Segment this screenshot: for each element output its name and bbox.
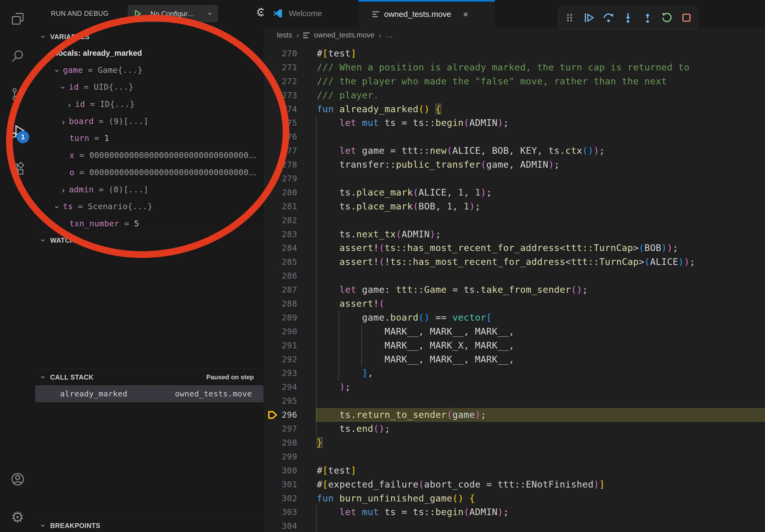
- line-number[interactable]: 287: [264, 283, 297, 297]
- line-number[interactable]: 274: [264, 102, 297, 116]
- code-text[interactable]: [316, 213, 765, 227]
- line-number[interactable]: 300: [264, 464, 297, 478]
- chevron-down-icon[interactable]: [60, 84, 67, 92]
- code-text[interactable]: ts.place_mark(ALICE, 1, 1);: [316, 186, 765, 199]
- continue-button[interactable]: [581, 10, 597, 26]
- code-line[interactable]: 304: [264, 519, 765, 532]
- code-text[interactable]: ts.next_tx(ADMIN);: [316, 227, 765, 241]
- code-text[interactable]: transfer::public_transfer(game, ADMIN);: [316, 158, 765, 172]
- code-line[interactable]: 300#[test]: [264, 464, 765, 478]
- code-line[interactable]: 286: [264, 269, 765, 283]
- code-line[interactable]: 279: [264, 172, 765, 186]
- variable-row[interactable]: locals: already_marked: [35, 45, 264, 62]
- code-text[interactable]: let game: ttt::Game = ts.take_from_sende…: [316, 283, 765, 297]
- variable-row[interactable]: o = 000000000000000000000000000000000000…: [35, 164, 264, 181]
- line-number[interactable]: 293: [264, 366, 297, 380]
- step-into-button[interactable]: [620, 10, 636, 26]
- line-number[interactable]: 279: [264, 172, 297, 186]
- line-number[interactable]: 276: [264, 130, 297, 144]
- code-text[interactable]: assert!(ts::has_most_recent_for_address<…: [316, 241, 765, 255]
- code-line[interactable]: 284 assert!(ts::has_most_recent_for_addr…: [264, 241, 765, 255]
- tab-owned-tests-move[interactable]: owned_tests.move ×: [359, 0, 495, 27]
- restart-button[interactable]: [659, 10, 675, 26]
- line-number[interactable]: 278: [264, 158, 297, 172]
- line-number[interactable]: 297: [264, 422, 297, 436]
- code-line[interactable]: 276: [264, 130, 765, 144]
- launch-configuration-dropdown[interactable]: No Configur…: [128, 5, 218, 22]
- line-number[interactable]: 285: [264, 255, 297, 269]
- code-text[interactable]: fun burn_unfinished_game() {: [316, 492, 765, 505]
- code-line[interactable]: 272/// the player who made the "false" m…: [264, 75, 765, 89]
- code-line[interactable]: 298}: [264, 436, 765, 450]
- line-number[interactable]: 284: [264, 241, 297, 255]
- breadcrumb-item-file[interactable]: owned_tests.move: [314, 31, 374, 39]
- line-number[interactable]: 271: [264, 61, 297, 75]
- line-number[interactable]: 273: [264, 89, 297, 102]
- code-text[interactable]: #[test]: [316, 464, 765, 478]
- line-number[interactable]: 291: [264, 339, 297, 353]
- line-number[interactable]: 289: [264, 311, 297, 325]
- line-number[interactable]: 283: [264, 227, 297, 241]
- variable-row[interactable]: ts = Scenario{...}: [35, 198, 264, 215]
- variable-row[interactable]: id = ID{...}: [35, 96, 264, 113]
- code-text[interactable]: [316, 450, 765, 464]
- variables-section-header[interactable]: VARIABLES: [35, 29, 264, 45]
- code-text[interactable]: #[expected_failure(abort_code = ttt::ENo…: [316, 478, 765, 492]
- chevron-down-icon[interactable]: [54, 203, 61, 211]
- line-number[interactable]: 270: [264, 47, 297, 61]
- code-text[interactable]: #[test]: [316, 47, 765, 61]
- breadcrumb-item-symbol[interactable]: …: [385, 31, 393, 39]
- code-text[interactable]: game.board() == vector[: [316, 311, 765, 325]
- code-line[interactable]: 285 assert!(!ts::has_most_recent_for_add…: [264, 255, 765, 269]
- code-line[interactable]: 277 let game = ttt::new(ALICE, BOB, KEY,…: [264, 144, 765, 158]
- watch-section-header[interactable]: WATCH: [35, 232, 264, 248]
- line-number[interactable]: 294: [264, 380, 297, 394]
- account-button[interactable]: [0, 469, 35, 489]
- variable-row[interactable]: board = (9)[...]: [35, 113, 264, 130]
- code-text[interactable]: [316, 269, 765, 283]
- code-text[interactable]: MARK__, MARK_X, MARK__,: [316, 339, 765, 353]
- line-number[interactable]: 280: [264, 186, 297, 199]
- chevron-right-icon[interactable]: [60, 118, 67, 126]
- breakpoints-section-header[interactable]: BREAKPOINTS: [35, 518, 264, 532]
- code-line[interactable]: 278 transfer::public_transfer(game, ADMI…: [264, 158, 765, 172]
- variable-row[interactable]: admin = (0)[...]: [35, 181, 264, 198]
- variable-row[interactable]: id = UID{...}: [35, 79, 264, 96]
- chevron-down-icon[interactable]: [54, 67, 61, 75]
- code-text[interactable]: /// the player who made the "false" move…: [316, 75, 765, 89]
- line-number[interactable]: 281: [264, 199, 297, 213]
- line-number[interactable]: 298: [264, 436, 297, 450]
- code-line[interactable]: 295: [264, 394, 765, 408]
- code-line[interactable]: 302fun burn_unfinished_game() {: [264, 492, 765, 505]
- code-line[interactable]: 275 let mut ts = ts::begin(ADMIN);: [264, 116, 765, 130]
- code-text[interactable]: [316, 519, 765, 532]
- step-over-button[interactable]: [600, 10, 616, 26]
- settings-button[interactable]: ⚙: [0, 507, 35, 527]
- sidebar-item-search[interactable]: [0, 46, 35, 67]
- code-text[interactable]: let mut ts = ts::begin(ADMIN);: [316, 505, 765, 519]
- sidebar-item-source-control[interactable]: [0, 84, 35, 105]
- start-debugging-icon[interactable]: [133, 9, 142, 18]
- code-text[interactable]: MARK__, MARK__, MARK__,: [316, 325, 765, 339]
- line-number[interactable]: 277: [264, 144, 297, 158]
- line-number[interactable]: 295: [264, 394, 297, 408]
- line-number[interactable]: 286: [264, 269, 297, 283]
- code-line[interactable]: 280 ts.place_mark(ALICE, 1, 1);: [264, 186, 765, 199]
- code-line[interactable]: 271/// When a position is already marked…: [264, 61, 765, 75]
- line-number[interactable]: 301: [264, 478, 297, 492]
- code-text[interactable]: ts.place_mark(BOB, 1, 1);: [316, 199, 765, 213]
- code-line[interactable]: 303 let mut ts = ts::begin(ADMIN);: [264, 505, 765, 519]
- code-line[interactable]: 288 assert!(: [264, 297, 765, 311]
- code-text[interactable]: MARK__, MARK__, MARK__,: [316, 353, 765, 367]
- code-text[interactable]: fun already_marked() {: [316, 102, 765, 116]
- breadcrumb-item-tests[interactable]: tests: [277, 31, 292, 39]
- line-number[interactable]: 299: [264, 450, 297, 464]
- code-text[interactable]: [316, 394, 765, 408]
- code-line[interactable]: 283 ts.next_tx(ADMIN);: [264, 227, 765, 241]
- variable-row[interactable]: turn = 1: [35, 130, 264, 147]
- code-text[interactable]: [316, 172, 765, 186]
- code-line[interactable]: 296 ts.return_to_sender(game);: [264, 408, 765, 422]
- code-line[interactable]: 281 ts.place_mark(BOB, 1, 1);: [264, 199, 765, 213]
- chevron-down-icon[interactable]: [47, 50, 54, 58]
- code-text[interactable]: }: [316, 436, 765, 450]
